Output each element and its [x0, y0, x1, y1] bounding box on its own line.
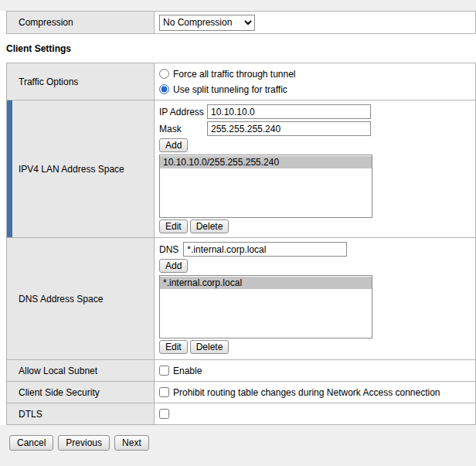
enable-local-subnet-checkbox[interactable] — [159, 366, 169, 376]
ipv4-edit-button[interactable]: Edit — [159, 219, 188, 233]
allow-local-subnet-label: Allow Local Subnet — [19, 366, 97, 376]
section-header-text: Client Settings — [6, 43, 71, 54]
dns-edit-button[interactable]: Edit — [159, 340, 188, 354]
dns-address-space-label: DNS Address Space — [19, 294, 103, 304]
dns-add-button[interactable]: Add — [159, 259, 188, 273]
client-side-security-label: Client Side Security — [19, 387, 100, 398]
allow-local-subnet-row: Allow Local Subnet Enable — [6, 360, 476, 382]
dtls-row: DTLS — [6, 403, 476, 425]
previous-button[interactable]: Previous — [58, 435, 110, 451]
ipv4-lan-listbox[interactable]: 10.10.10.0/255.255.255.240 — [159, 155, 372, 218]
compression-value-cell: No Compression — [155, 12, 476, 34]
enable-local-subnet-option[interactable]: Enable — [159, 364, 202, 378]
allow-local-subnet-value-cell: Enable — [155, 360, 476, 382]
ipv4-lan-value-cell: IP Address Mask Add 10.10.10.0/255.255.2… — [155, 100, 476, 238]
prohibit-routing-changes-checkbox[interactable] — [159, 387, 169, 397]
compression-label-cell: Compression — [6, 12, 155, 34]
force-all-traffic-radio[interactable] — [159, 69, 169, 79]
force-all-traffic-label: Force all traffic through tunnel — [173, 67, 296, 81]
ipv4-lan-label-cell: IPV4 LAN Address Space — [6, 100, 155, 238]
dns-list-buttons: Edit Delete — [159, 340, 471, 354]
ipv4-add-button[interactable]: Add — [159, 138, 188, 152]
cancel-button[interactable]: Cancel — [9, 435, 53, 451]
network-access-client-settings-page: Compression No Compression Client Settin… — [0, 0, 476, 466]
mask-field-line: Mask — [159, 121, 471, 136]
top-strip — [0, 0, 476, 11]
ipv4-delete-button[interactable]: Delete — [190, 219, 230, 233]
dns-input[interactable] — [183, 242, 347, 257]
ip-address-field-line: IP Address — [159, 104, 471, 119]
ipv4-lan-label: IPV4 LAN Address Space — [19, 164, 124, 175]
dns-label-cell: DNS Address Space — [6, 238, 155, 360]
section-header-client-settings: Client Settings — [0, 34, 476, 63]
dtls-checkbox[interactable] — [159, 409, 169, 419]
dtls-label: DTLS — [19, 409, 42, 420]
ipv4-lan-list-item[interactable]: 10.10.10.0/255.255.255.240 — [160, 156, 372, 168]
traffic-options-row: Traffic Options Force all traffic throug… — [6, 63, 476, 100]
mask-input[interactable] — [207, 121, 371, 136]
enable-local-subnet-label: Enable — [173, 364, 202, 378]
compression-select[interactable]: No Compression — [159, 15, 255, 31]
compression-label: Compression — [19, 17, 73, 28]
traffic-options-label-cell: Traffic Options — [6, 63, 155, 100]
client-settings-table: Traffic Options Force all traffic throug… — [6, 63, 476, 425]
client-side-security-value-cell: Prohibit routing table changes during Ne… — [155, 382, 476, 403]
next-button[interactable]: Next — [114, 435, 149, 451]
client-side-security-label-cell: Client Side Security — [6, 382, 155, 403]
traffic-options-value-cell: Force all traffic through tunnel Use spl… — [155, 63, 476, 100]
dns-label: DNS — [159, 244, 178, 255]
ip-address-label: IP Address — [159, 107, 202, 117]
split-tunneling-radio[interactable] — [159, 84, 169, 94]
ipv4-lan-address-space-row: IPV4 LAN Address Space IP Address Mask A… — [6, 100, 476, 238]
dns-address-space-row: DNS Address Space DNS Add *.internal.cor… — [6, 238, 476, 360]
split-tunneling-option[interactable]: Use split tunneling for traffic — [159, 83, 471, 97]
footer-bar: Cancel Previous Next — [0, 425, 476, 466]
compression-row: Compression No Compression — [6, 12, 476, 34]
dns-listbox[interactable]: *.internal.corp.local — [159, 275, 372, 338]
mask-label: Mask — [159, 124, 202, 134]
compression-table: Compression No Compression — [6, 11, 476, 34]
dns-value-cell: DNS Add *.internal.corp.local Edit Delet… — [155, 238, 476, 360]
ip-address-input[interactable] — [207, 104, 371, 119]
split-tunneling-label: Use split tunneling for traffic — [173, 83, 287, 97]
dns-delete-button[interactable]: Delete — [190, 340, 230, 354]
dns-field-line: DNS — [159, 242, 471, 257]
dtls-value-cell — [155, 403, 476, 425]
prohibit-routing-changes-label: Prohibit routing table changes during Ne… — [173, 386, 440, 400]
client-side-security-row: Client Side Security Prohibit routing ta… — [6, 382, 476, 403]
allow-local-subnet-label-cell: Allow Local Subnet — [6, 360, 155, 382]
ipv4-list-buttons: Edit Delete — [159, 219, 471, 233]
force-all-traffic-option[interactable]: Force all traffic through tunnel — [159, 67, 471, 81]
prohibit-routing-changes-option[interactable]: Prohibit routing table changes during Ne… — [159, 386, 440, 400]
dns-list-item[interactable]: *.internal.corp.local — [160, 277, 372, 289]
dtls-label-cell: DTLS — [6, 403, 155, 425]
traffic-options-label: Traffic Options — [19, 77, 78, 87]
